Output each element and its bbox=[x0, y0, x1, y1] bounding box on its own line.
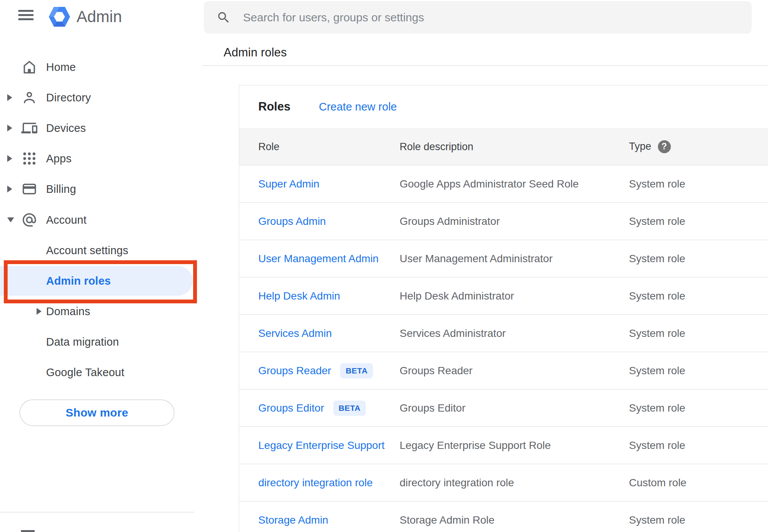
role-link[interactable]: Groups Editor bbox=[258, 402, 324, 414]
sidebar-item-directory[interactable]: Directory bbox=[0, 82, 202, 113]
role-description: directory integration role bbox=[400, 477, 514, 489]
role-description: User Management Administrator bbox=[400, 253, 553, 265]
roles-table-body: Super Admin Google Apps Administrator Se… bbox=[239, 165, 768, 532]
sidebar-item-admin-roles[interactable]: Admin roles bbox=[0, 266, 202, 296]
role-type: Custom role bbox=[629, 477, 686, 489]
beta-badge: BETA bbox=[340, 363, 373, 378]
role-link[interactable]: Groups Admin bbox=[258, 215, 326, 228]
expand-arrow-icon[interactable] bbox=[7, 218, 14, 223]
role-cell: Legacy Enterprise Support bbox=[258, 439, 385, 452]
menu-bar bbox=[18, 14, 34, 16]
roles-card: Roles Create new role Role Role descript… bbox=[239, 85, 768, 532]
sidebar-item-label: Billing bbox=[46, 183, 76, 195]
sidebar-item-account[interactable]: Account bbox=[0, 205, 202, 235]
table-row: User Management Admin User Management Ad… bbox=[239, 240, 768, 277]
sidebar-item-billing[interactable]: Billing bbox=[0, 174, 202, 204]
role-type: System role bbox=[629, 439, 685, 452]
role-description: Legacy Enterprise Support Role bbox=[400, 439, 551, 452]
column-header-role: Role bbox=[258, 141, 280, 152]
role-link[interactable]: directory integration role bbox=[258, 477, 373, 489]
role-type: System role bbox=[629, 402, 685, 414]
account-icon bbox=[21, 212, 37, 228]
sidebar-item-label: Admin roles bbox=[46, 275, 111, 287]
role-type: System role bbox=[629, 365, 685, 377]
role-link[interactable]: User Management Admin bbox=[258, 253, 379, 265]
expand-arrow-icon[interactable] bbox=[7, 186, 12, 192]
role-link[interactable]: Help Desk Admin bbox=[258, 290, 340, 302]
role-link[interactable]: Storage Admin bbox=[258, 514, 328, 526]
role-cell: Groups Editor BETA bbox=[258, 401, 366, 416]
expand-arrow-icon[interactable] bbox=[7, 125, 12, 131]
role-cell: User Management Admin bbox=[258, 253, 379, 265]
sidebar-item-label: Google Takeout bbox=[46, 366, 124, 379]
table-row: directory integration role directory int… bbox=[239, 464, 768, 502]
menu-icon[interactable] bbox=[18, 10, 34, 21]
role-description: Groups Administrator bbox=[400, 215, 500, 228]
help-icon[interactable]: ? bbox=[658, 140, 671, 153]
role-type: System role bbox=[629, 290, 685, 302]
breadcrumb: Admin roles bbox=[224, 46, 287, 59]
home-icon bbox=[21, 59, 37, 75]
role-cell: Groups Admin bbox=[258, 215, 326, 228]
expand-arrow-icon[interactable] bbox=[37, 308, 42, 315]
admin-logo-icon bbox=[48, 6, 70, 28]
role-cell: Super Admin bbox=[258, 178, 319, 190]
role-description: Groups Reader bbox=[400, 365, 472, 377]
role-cell: Groups Reader BETA bbox=[258, 363, 373, 378]
sidebar-item-label: Apps bbox=[46, 152, 72, 165]
devices-icon bbox=[21, 120, 37, 136]
column-header-type: Type ? bbox=[629, 140, 671, 153]
role-cell: Services Admin bbox=[258, 327, 332, 340]
expand-arrow-icon[interactable] bbox=[7, 94, 12, 101]
create-new-role-link[interactable]: Create new role bbox=[319, 101, 397, 113]
billing-icon bbox=[21, 181, 37, 197]
sidebar-item-label: Directory bbox=[46, 91, 91, 104]
menu-bar bbox=[18, 18, 34, 20]
role-description: Help Desk Administrator bbox=[400, 290, 514, 302]
table-row: Storage Admin Storage Admin Role System … bbox=[239, 502, 768, 532]
table-row: Super Admin Google Apps Administrator Se… bbox=[239, 165, 768, 203]
show-more-button[interactable]: Show more bbox=[19, 399, 174, 426]
sidebar-item-devices[interactable]: Devices bbox=[0, 113, 202, 143]
column-header-type-label: Type bbox=[629, 141, 651, 152]
sidebar-item-account-settings[interactable]: Account settings bbox=[0, 235, 202, 266]
page-title: Roles bbox=[258, 100, 290, 114]
sidebar-item-label: Account bbox=[46, 214, 86, 226]
sidebar-item-label: Domains bbox=[46, 305, 90, 318]
directory-icon bbox=[21, 90, 37, 106]
table-row: Groups Editor BETA Groups Editor System … bbox=[239, 389, 768, 427]
sidebar-item-home[interactable]: Home bbox=[0, 52, 202, 82]
clipped-icon bbox=[21, 530, 35, 532]
search-input[interactable] bbox=[243, 11, 731, 24]
menu-bar bbox=[18, 10, 34, 12]
role-description: Groups Editor bbox=[400, 402, 466, 414]
apps-icon bbox=[21, 151, 37, 167]
role-description: Services Administrator bbox=[400, 327, 506, 340]
role-link[interactable]: Groups Reader bbox=[258, 365, 331, 377]
roles-card-header: Roles Create new role bbox=[239, 85, 768, 128]
sidebar-item-google-takeout[interactable]: Google Takeout bbox=[0, 357, 202, 388]
sidebar-item-label: Home bbox=[46, 61, 76, 74]
role-description: Google Apps Administrator Seed Role bbox=[400, 178, 579, 190]
role-link[interactable]: Super Admin bbox=[258, 178, 319, 190]
table-row: Groups Admin Groups Administrator System… bbox=[239, 203, 768, 240]
sidebar-item-domains[interactable]: Domains bbox=[0, 296, 202, 327]
sidebar-item-label: Data migration bbox=[46, 336, 119, 348]
role-cell: Help Desk Admin bbox=[258, 290, 340, 302]
role-type: System role bbox=[629, 327, 685, 340]
sidebar-item-label: Devices bbox=[46, 122, 86, 135]
search-bar[interactable] bbox=[204, 1, 752, 34]
sidebar-item-data-migration[interactable]: Data migration bbox=[0, 327, 202, 357]
role-link[interactable]: Services Admin bbox=[258, 327, 332, 340]
beta-badge: BETA bbox=[333, 401, 366, 416]
header-divider bbox=[202, 65, 768, 66]
expand-arrow-icon[interactable] bbox=[7, 155, 12, 162]
sidebar-item-apps[interactable]: Apps bbox=[0, 143, 202, 174]
sidebar-item-label: Account settings bbox=[46, 244, 128, 257]
table-row: Help Desk Admin Help Desk Administrator … bbox=[239, 277, 768, 315]
sidebar-divider bbox=[0, 512, 194, 513]
app-title: Admin bbox=[77, 8, 122, 26]
role-cell: Storage Admin bbox=[258, 514, 328, 526]
admin-console: { "app": { "name": "Admin" }, "search": … bbox=[0, 0, 768, 532]
role-link[interactable]: Legacy Enterprise Support bbox=[258, 439, 385, 452]
